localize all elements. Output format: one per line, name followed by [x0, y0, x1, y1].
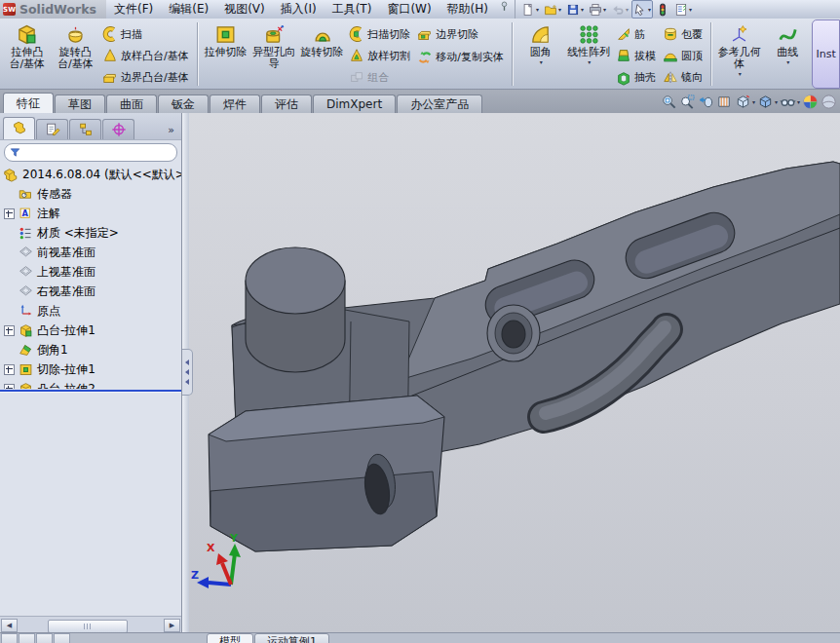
- ribbon-button-large[interactable]: 旋转凸台/基体: [52, 19, 100, 89]
- scrollbar-track[interactable]: [19, 620, 163, 631]
- hide-show-items-button[interactable]: ▾: [780, 94, 800, 110]
- tree-item[interactable]: 传感器: [0, 184, 181, 204]
- menu-item[interactable]: 文件(F): [106, 0, 161, 19]
- graphics-viewport[interactable]: Z Y X: [189, 113, 840, 633]
- tree-item[interactable]: 材质 <未指定>: [0, 223, 181, 243]
- ribbon-button-small[interactable]: 拔模: [613, 45, 660, 66]
- menu-item[interactable]: 编辑(E): [161, 0, 216, 19]
- command-tab-办公室产品[interactable]: 办公室产品: [397, 95, 482, 113]
- ribbon-button-large[interactable]: 旋转切除: [298, 19, 347, 89]
- filter-input[interactable]: [24, 145, 172, 160]
- display-style-button[interactable]: ▾: [757, 94, 778, 110]
- scroll-left-button[interactable]: ◀: [1, 619, 18, 632]
- ribbon-button-large[interactable]: 异型孔向导: [249, 19, 298, 89]
- scrollbar-thumb[interactable]: [48, 620, 128, 633]
- save-button[interactable]: ▾: [564, 0, 586, 19]
- pane-split-button[interactable]: [19, 633, 35, 643]
- menu-item[interactable]: 插入(I): [273, 0, 325, 19]
- ribbon-button-label: 圆顶: [681, 49, 703, 63]
- expand-plus-box[interactable]: [4, 384, 15, 390]
- tree-item[interactable]: 前视基准面: [0, 243, 181, 262]
- previous-view-button[interactable]: [698, 94, 714, 110]
- pane-split-button[interactable]: [54, 633, 70, 643]
- chamfer-icon: [19, 343, 33, 358]
- ribbon-button-small[interactable]: 边界凸台/基体: [99, 67, 193, 89]
- undo-button[interactable]: ▾: [609, 0, 630, 19]
- linear-pattern-icon: [578, 23, 600, 46]
- options-button[interactable]: ▾: [672, 0, 694, 19]
- feature-filter[interactable]: [4, 143, 177, 162]
- menu-item[interactable]: 窗口(W): [379, 0, 439, 19]
- cad-part-model[interactable]: [209, 162, 840, 551]
- ribbon-button-large[interactable]: 曲线▾: [764, 19, 813, 89]
- select-button[interactable]: ▾: [631, 0, 653, 19]
- instant3d-button[interactable]: Inst: [812, 19, 840, 89]
- pane-split-button[interactable]: [36, 633, 53, 643]
- scroll-right-button[interactable]: ▶: [164, 619, 180, 632]
- propertymanager-tab[interactable]: [36, 119, 68, 139]
- tree-item[interactable]: A注解: [0, 204, 181, 223]
- triad-z-label: Z: [191, 569, 199, 582]
- tree-item[interactable]: 上视基准面: [0, 262, 181, 282]
- tree-item[interactable]: 2014.6.08.04 (默认<<默认>_: [0, 165, 181, 184]
- zoom-to-fit-button[interactable]: [661, 94, 677, 110]
- new-document-button[interactable]: ▾: [519, 0, 541, 19]
- menu-item[interactable]: 视图(V): [216, 0, 273, 19]
- tree-item[interactable]: 凸台-拉伸1: [0, 321, 181, 340]
- rebuild-button[interactable]: [654, 0, 671, 19]
- dropdown-arrow-icon: ▾: [752, 98, 755, 105]
- open-button[interactable]: ▾: [542, 0, 563, 19]
- apply-scene-button[interactable]: [821, 94, 837, 110]
- tree-item[interactable]: 倒角1: [0, 340, 181, 359]
- ribbon-button-small[interactable]: 移动/复制实体: [414, 46, 508, 68]
- command-tab-钣金[interactable]: 钣金: [158, 95, 209, 113]
- featuremanager-tab[interactable]: [3, 117, 35, 139]
- ribbon-button-small[interactable]: 筋: [613, 23, 660, 45]
- command-tab-草图[interactable]: 草图: [55, 95, 105, 113]
- ribbon-button-small[interactable]: 圆顶: [660, 45, 706, 66]
- tree-item[interactable]: 原点: [0, 301, 181, 321]
- command-tabs: 特征草图曲面钣金焊件评估DimXpert办公室产品: [3, 93, 483, 113]
- menu-item[interactable]: 工具(T): [325, 0, 380, 19]
- menu-item[interactable]: 帮助(H): [439, 0, 496, 19]
- ribbon-button-small[interactable]: 放样凸台/基体: [99, 45, 193, 66]
- panel-overflow-chevron[interactable]: »: [168, 124, 178, 139]
- ribbon-button-large[interactable]: 圆角▾: [516, 19, 565, 89]
- ribbon-button-small[interactable]: 放样切割: [346, 45, 414, 66]
- ribbon-button-large[interactable]: 线性阵列▾: [565, 19, 614, 89]
- ribbon-button-small[interactable]: 抽壳: [613, 67, 660, 89]
- configurationmanager-tab[interactable]: [69, 119, 101, 139]
- ribbon-button-small[interactable]: 扫描切除: [346, 23, 414, 45]
- feature-tree: 2014.6.08.04 (默认<<默认>_传感器A注解材质 <未指定>前视基准…: [0, 164, 181, 389]
- panel-collapse-handle[interactable]: [182, 349, 193, 396]
- command-tab-焊件[interactable]: 焊件: [210, 95, 260, 113]
- expand-plus-box[interactable]: [4, 208, 15, 219]
- tree-item[interactable]: 切除-拉伸1: [0, 359, 181, 379]
- ribbon-button-small[interactable]: 镜向: [660, 67, 706, 89]
- tree-item[interactable]: 右视基准面: [0, 282, 181, 301]
- section-view-button[interactable]: [716, 94, 733, 110]
- dimxpertmanager-tab[interactable]: [102, 119, 134, 139]
- command-tab-DimXpert[interactable]: DimXpert: [313, 95, 396, 113]
- pane-split-button[interactable]: [1, 633, 18, 643]
- zoom-to-area-button[interactable]: [679, 94, 696, 110]
- ribbon-button-large[interactable]: 拉伸凸台/基体: [3, 19, 52, 89]
- ribbon-button-large[interactable]: 拉伸切除: [202, 19, 250, 89]
- expand-plus-box[interactable]: [4, 364, 15, 375]
- command-tab-评估[interactable]: 评估: [261, 95, 312, 113]
- ribbon-button-small[interactable]: 扫描: [99, 23, 193, 45]
- edit-appearance-button[interactable]: [802, 94, 819, 110]
- view-orientation-button[interactable]: ▾: [735, 94, 755, 110]
- tree-item[interactable]: 凸台-拉伸2: [0, 379, 181, 389]
- panel-horizontal-scrollbar[interactable]: ◀ ▶: [0, 616, 181, 633]
- pushpin-icon[interactable]: [498, 0, 511, 19]
- ribbon-button-large[interactable]: 参考几何体▾: [715, 19, 764, 89]
- command-tab-特征[interactable]: 特征: [3, 93, 54, 113]
- print-button[interactable]: ▾: [587, 0, 608, 19]
- command-tab-曲面[interactable]: 曲面: [106, 95, 157, 113]
- expand-plus-box[interactable]: [4, 325, 15, 336]
- bottom-tab-运动算例1[interactable]: 运动算例1: [254, 633, 329, 643]
- bottom-tab-模型[interactable]: 模型: [207, 633, 253, 643]
- ribbon-button-small[interactable]: 边界切除: [414, 23, 508, 46]
- ribbon-button-small[interactable]: 包覆: [660, 23, 706, 45]
